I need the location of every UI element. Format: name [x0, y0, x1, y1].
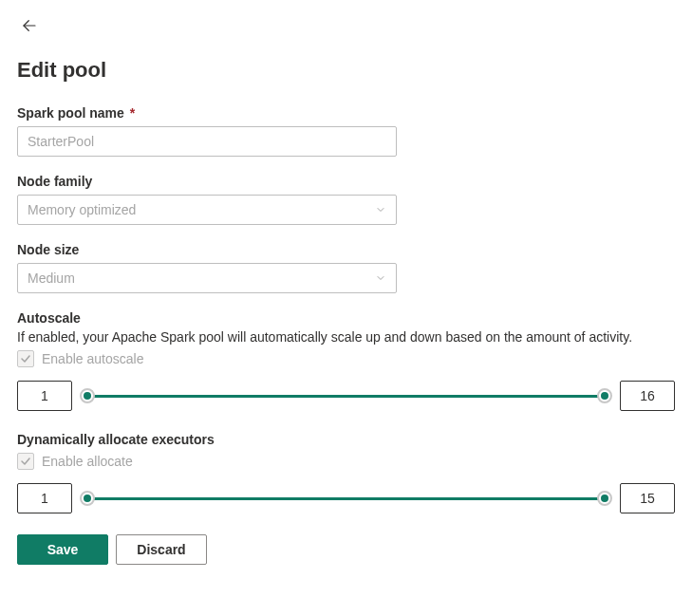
dyn-alloc-checkbox-row: Enable allocate — [17, 453, 675, 470]
dyn-alloc-heading: Dynamically allocate executors — [17, 432, 675, 447]
required-asterisk: * — [130, 105, 135, 121]
autoscale-slider-row — [17, 381, 675, 411]
slider-track-line — [85, 497, 607, 500]
save-button[interactable]: Save — [17, 534, 108, 565]
arrow-left-icon — [21, 17, 38, 37]
dyn-alloc-checkbox[interactable] — [17, 453, 34, 470]
node-family-dropdown[interactable]: Memory optimized — [17, 195, 397, 225]
node-size-dropdown[interactable]: Medium — [17, 263, 397, 293]
slider-track-line — [85, 395, 607, 398]
dyn-alloc-slider[interactable] — [85, 489, 607, 508]
discard-button[interactable]: Discard — [116, 534, 207, 565]
label-text: Spark pool name — [17, 105, 124, 121]
chevron-down-icon — [375, 204, 386, 215]
field-node-size: Node size Medium — [17, 242, 675, 293]
field-node-family: Node family Memory optimized — [17, 174, 675, 225]
autoscale-checkbox[interactable] — [17, 350, 34, 367]
slider-handle-min[interactable] — [80, 388, 95, 403]
field-pool-name: Spark pool name * — [17, 105, 675, 157]
autoscale-slider[interactable] — [85, 386, 607, 405]
pool-name-label: Spark pool name * — [17, 105, 675, 121]
autoscale-checkbox-row: Enable autoscale — [17, 350, 675, 367]
dyn-alloc-min-input[interactable] — [17, 483, 72, 513]
back-button[interactable] — [17, 13, 42, 41]
dyn-alloc-checkbox-label: Enable allocate — [42, 454, 133, 469]
slider-handle-max[interactable] — [597, 388, 612, 403]
autoscale-checkbox-label: Enable autoscale — [42, 351, 143, 366]
button-row: Save Discard — [17, 534, 675, 565]
pool-name-input[interactable] — [17, 126, 397, 157]
slider-handle-min[interactable] — [80, 491, 95, 506]
slider-handle-max[interactable] — [597, 491, 612, 506]
chevron-down-icon — [375, 272, 386, 284]
node-size-value: Medium — [28, 271, 75, 286]
node-size-label: Node size — [17, 242, 675, 257]
autoscale-min-input[interactable] — [17, 381, 72, 411]
autoscale-description: If enabled, your Apache Spark pool will … — [17, 329, 675, 345]
autoscale-heading: Autoscale — [17, 310, 675, 326]
node-family-label: Node family — [17, 174, 675, 189]
node-family-value: Memory optimized — [28, 202, 136, 217]
dyn-alloc-max-input[interactable] — [620, 483, 675, 513]
autoscale-max-input[interactable] — [620, 381, 675, 411]
page-title: Edit pool — [17, 58, 675, 83]
dyn-alloc-slider-row — [17, 483, 675, 513]
